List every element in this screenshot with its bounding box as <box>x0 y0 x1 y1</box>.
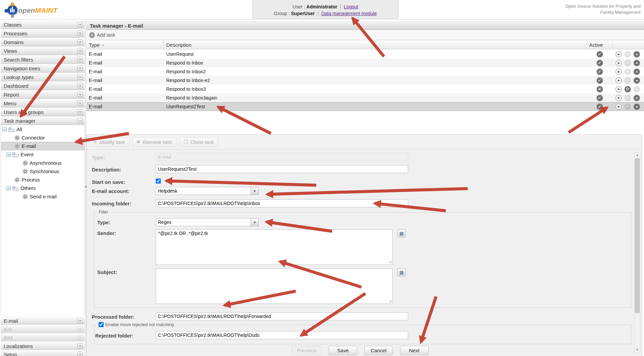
start-task-icon[interactable]: ▶ <box>615 95 622 101</box>
stop-task-icon[interactable]: ■ <box>634 69 640 75</box>
chevron-down-icon[interactable]: ▼ <box>251 218 259 226</box>
scrollbar-thumb[interactable] <box>635 158 640 313</box>
expand-plus-icon[interactable]: + <box>77 48 83 53</box>
table-row[interactable]: E-mailRespond to Inbox✓▶⟳■ <box>86 58 644 67</box>
modify-task-button[interactable]: ✎ Modify task <box>89 137 130 147</box>
cancel-button[interactable]: Cancel <box>364 346 393 355</box>
start-task-icon[interactable]: ▶ <box>615 104 622 110</box>
next-button[interactable]: Next <box>400 346 429 355</box>
collapse-minus-icon[interactable]: − <box>2 127 7 131</box>
sidebar-item-navigation-trees[interactable]: Navigation trees+ <box>1 64 85 73</box>
remove-task-button[interactable]: ✖ Remove task <box>132 137 177 147</box>
sidebar-item-domains[interactable]: Domains+ <box>1 38 85 46</box>
sidebar-item-search-filters[interactable]: Search filters+ <box>1 55 85 64</box>
column-header-type[interactable]: Type ▲ <box>86 40 164 49</box>
data-management-module-link[interactable]: Data management module <box>321 11 377 16</box>
expand-plus-icon[interactable]: + <box>77 318 83 323</box>
sidebar-item-processes[interactable]: Processes+ <box>1 29 85 38</box>
email-account-combobox[interactable]: ▼ <box>156 187 259 195</box>
expand-plus-icon[interactable]: + <box>77 101 83 106</box>
cyclic-execution-icon[interactable]: ⟳ <box>624 86 631 92</box>
sidebar-item-setup[interactable]: Setup+ <box>1 350 85 356</box>
filter-type-value[interactable] <box>156 218 251 226</box>
table-row[interactable]: E-mailRespond to Inbox3✕▶⟳■ <box>86 85 644 93</box>
sidebar-item-classes[interactable]: Classes+ <box>1 20 85 29</box>
cell-description: Respond to Inbox3again <box>164 95 586 101</box>
sidebar-item-users-and-groups[interactable]: Users and groups+ <box>1 108 85 116</box>
expand-plus-icon[interactable]: + <box>77 22 83 27</box>
start-task-icon[interactable]: ▶ <box>615 69 622 75</box>
expand-plus-icon[interactable]: + <box>77 57 83 62</box>
description-field[interactable] <box>156 165 408 173</box>
collapse-minus-icon[interactable]: − <box>6 152 11 157</box>
sidebar-item-report[interactable]: Report+ <box>1 90 85 99</box>
tree-node-e-mail[interactable]: E-mail <box>1 142 84 150</box>
incoming-folder-field[interactable] <box>156 199 408 207</box>
subject-grid-button[interactable]: ▦ <box>397 268 406 276</box>
logo-text-open: open <box>18 6 35 14</box>
rejected-folder-field[interactable] <box>156 331 408 339</box>
start-task-icon[interactable]: ▶ <box>615 77 622 84</box>
table-row[interactable]: E-mailRespond to Inbox2✓▶⟳■ <box>86 67 644 76</box>
subject-textarea[interactable] <box>156 268 393 304</box>
scroll-down-icon[interactable]: ∨ <box>635 347 640 352</box>
expand-plus-icon[interactable]: + <box>77 343 83 349</box>
logout-link[interactable]: Logout <box>344 4 358 9</box>
stop-task-icon[interactable]: ■ <box>634 77 640 84</box>
stop-task-icon[interactable]: ■ <box>634 95 640 101</box>
resize-handle-icon[interactable]: ◢ <box>389 299 391 303</box>
expand-plus-icon[interactable]: + <box>77 39 83 45</box>
scroll-up-icon[interactable]: ∧ <box>635 153 640 158</box>
tree-node-all[interactable]: −All <box>1 125 84 133</box>
table-row[interactable]: E-mailUserRequest✓▶⟳■ <box>86 50 644 58</box>
sender-textarea[interactable]: *@pir2.tk OR .*@pir2.tk <box>156 229 393 265</box>
collapse-minus-icon[interactable]: − <box>6 186 11 190</box>
start-on-save-checkbox[interactable] <box>156 179 161 184</box>
tree-node-event[interactable]: −Event <box>1 150 84 159</box>
filter-type-combobox[interactable]: ▼ <box>156 218 259 226</box>
sender-grid-button[interactable]: ▦ <box>397 229 406 237</box>
start-task-icon[interactable]: ▶ <box>615 86 622 92</box>
start-task-icon[interactable]: ▶ <box>615 60 622 66</box>
table-row[interactable]: E-mailUserRequest2Test✓▶⟳■ <box>86 102 644 111</box>
sidebar-item-lookup-types[interactable]: Lookup types+ <box>1 73 85 81</box>
processed-folder-field[interactable] <box>156 312 408 320</box>
expand-plus-icon[interactable]: + <box>77 352 83 356</box>
add-task-button[interactable]: + Add task <box>89 32 115 38</box>
sidebar-item-localizations[interactable]: Localizations+ <box>1 342 85 350</box>
expand-plus-icon[interactable]: + <box>77 109 83 115</box>
table-row[interactable]: E-mailRespond to Inbox-e2✓▶⟳■ <box>86 76 644 85</box>
save-button[interactable]: Save <box>329 346 357 355</box>
expand-plus-icon[interactable]: + <box>77 74 83 80</box>
start-task-icon[interactable]: ▶ <box>615 51 622 57</box>
sidebar-item-views[interactable]: Views+ <box>1 46 85 55</box>
sidebar-item-menu[interactable]: Menu+ <box>1 99 85 108</box>
email-account-value[interactable] <box>156 187 251 195</box>
tree-node-synchronous[interactable]: Synchronous <box>1 167 84 175</box>
expand-plus-icon[interactable]: + <box>77 83 83 88</box>
chevron-down-icon[interactable]: ▼ <box>251 187 259 195</box>
sidebar-item-dashboard[interactable]: Dashboard+ <box>1 81 85 90</box>
task-form: Type: Description: Start on save: E-mail… <box>87 150 642 356</box>
sidebar-item-task-manager[interactable]: Task manager − <box>1 116 85 125</box>
collapse-minus-icon[interactable]: − <box>77 118 83 123</box>
tree-node-asynchronous[interactable]: Asynchronous <box>1 159 84 167</box>
enable-move-rejected-checkbox[interactable] <box>99 322 104 327</box>
form-scrollbar[interactable]: ∧ ∨ <box>634 152 640 352</box>
column-header-active[interactable]: Active <box>586 40 613 49</box>
expand-plus-icon[interactable]: + <box>77 31 83 36</box>
tree-node-connector[interactable]: Connector <box>1 133 84 142</box>
tree-node-process[interactable]: Process <box>1 175 84 184</box>
resize-handle-icon[interactable]: ◢ <box>389 260 391 264</box>
stop-task-icon[interactable]: ■ <box>634 104 640 110</box>
tree-node-others[interactable]: −Others <box>1 184 84 192</box>
stop-task-icon[interactable]: ■ <box>634 60 640 66</box>
stop-task-icon[interactable]: ■ <box>634 51 640 57</box>
sidebar-item-e-mail[interactable]: E-mail+ <box>1 316 85 325</box>
tree-node-send-e-mail[interactable]: Send e-mail <box>1 192 84 201</box>
table-row[interactable]: E-mailRespond to Inbox3again✓▶⟳■ <box>86 93 644 102</box>
column-header-description[interactable]: Description <box>164 40 586 49</box>
clone-task-button[interactable]: ❐ Clone task <box>179 137 218 147</box>
expand-plus-icon[interactable]: + <box>77 92 83 97</box>
expand-plus-icon[interactable]: + <box>77 66 83 71</box>
